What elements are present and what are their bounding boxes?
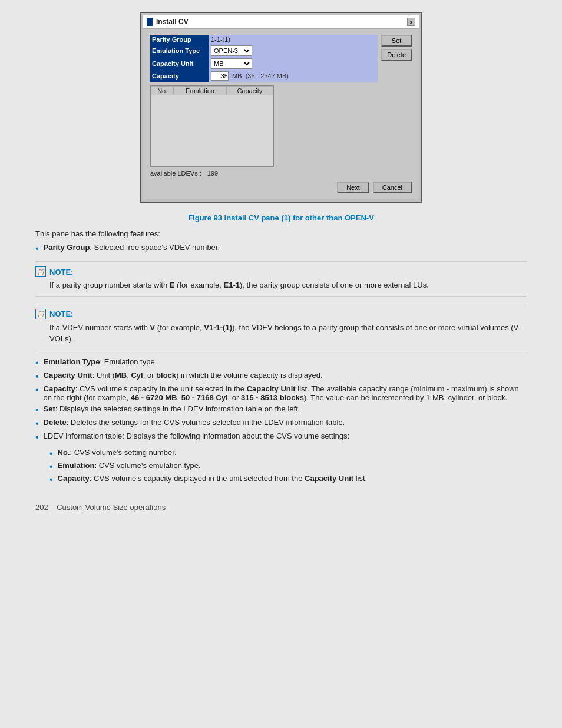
page-title: Custom Volume Size operations <box>57 503 166 512</box>
parity-group-value: 1-1-(1) <box>209 35 378 44</box>
note-body-1: If a parity group number starts with E (… <box>35 279 527 291</box>
sub-list-item-capacity: • Capacity: CVS volume's capacity displa… <box>49 474 527 485</box>
sub-bullet-dot-no: • <box>49 448 53 459</box>
capacity-input[interactable] <box>211 71 229 81</box>
sub-bullet-dot-emulation: • <box>49 461 53 472</box>
list-item-parity: • Parity Group: Selected free space's VD… <box>35 243 527 254</box>
list-item-ldev-table: • LDEV information table: Displays the f… <box>35 431 527 443</box>
list-item-set-text: Set: Displays the selected settings in t… <box>44 404 300 413</box>
intro-text: This pane has the following features: <box>35 229 527 238</box>
page-number: 202 <box>35 503 48 512</box>
bullet-dot-emulation: • <box>35 357 39 368</box>
sub-list-item-capacity-text: Capacity: CVS volume's capacity displaye… <box>58 474 368 483</box>
bullet-dot-set: • <box>35 404 39 416</box>
parity-group-row: Parity Group 1-1-(1) <box>150 35 378 44</box>
next-button[interactable]: Next <box>337 182 369 193</box>
dialog-titlebar: Install CV x <box>143 15 419 29</box>
note-icon-1: 📋 <box>35 266 46 277</box>
list-item-capacity-unit-text: Capacity Unit: Unit (MB, Cyl, or block) … <box>44 371 323 380</box>
emulation-type-value: OPEN-3 <box>209 44 378 57</box>
capacity-range: (35 - 2347 MB) <box>246 73 289 80</box>
right-button-panel: Set Delete <box>381 35 412 61</box>
close-button[interactable]: x <box>407 18 415 26</box>
ldev-col-no: No. <box>151 87 174 95</box>
bullet-dot-capacity-unit: • <box>35 371 39 382</box>
list-item-delete-text: Delete: Deletes the settings for the CVS… <box>44 418 345 427</box>
form-table: Parity Group 1-1-(1) Emulation Type OPEN… <box>150 35 378 82</box>
list-item-capacity-unit: • Capacity Unit: Unit (MB, Cyl, or block… <box>35 371 527 382</box>
note-box-1: 📋 NOTE: If a parity group number starts … <box>35 261 527 297</box>
install-cv-dialog: Install CV x Parity Group 1-1-(1) Emulat… <box>140 12 422 203</box>
dialog-body: Parity Group 1-1-(1) Emulation Type OPEN… <box>143 29 419 199</box>
ldev-table-wrapper: No. Emulation Capacity <box>150 85 274 167</box>
note-header-1: 📋 NOTE: <box>35 266 527 277</box>
dialog-title-text: Install CV <box>156 18 189 26</box>
ldev-table-body <box>151 95 273 166</box>
list-item-set: • Set: Displays the selected settings in… <box>35 404 527 416</box>
list-item-emulation: • Emulation Type: Emulation type. <box>35 357 527 368</box>
page-footer: 202 Custom Volume Size operations <box>35 503 527 512</box>
ldev-table: No. Emulation Capacity <box>151 86 273 95</box>
main-bullet-list: • Parity Group: Selected free space's VD… <box>35 243 527 254</box>
dialog-bottom-buttons: Next Cancel <box>150 182 412 193</box>
dialog-form-area: Parity Group 1-1-(1) Emulation Type OPEN… <box>150 35 378 177</box>
bullet-dot-delete: • <box>35 418 39 429</box>
set-button[interactable]: Set <box>381 35 412 47</box>
parity-group-label: Parity Group <box>150 35 209 44</box>
available-ldevs-label: available LDEVs : <box>150 170 201 177</box>
list-item-capacity: • Capacity: CVS volume's capacity in the… <box>35 384 527 402</box>
figure-caption: Figure 93 Install CV pane (1) for other … <box>35 213 527 222</box>
sub-list-item-emulation-text: Emulation: CVS volume's emulation type. <box>58 461 201 470</box>
capacity-unit-label: Capacity Unit <box>150 57 209 70</box>
available-ldevs-value: 199 <box>207 170 218 177</box>
sub-list-item-emulation: • Emulation: CVS volume's emulation type… <box>49 461 527 472</box>
note-box-2: 📋 NOTE: If a VDEV number starts with V (… <box>35 304 527 350</box>
list-item-capacity-text: Capacity: CVS volume's capacity in the u… <box>44 384 527 402</box>
bullet-dot-ldev: • <box>35 431 39 443</box>
sub-bullet-dot-capacity: • <box>49 474 53 485</box>
emulation-type-row: Emulation Type OPEN-3 <box>150 44 378 57</box>
sub-list-item-no: • No.: CVS volume's setting number. <box>49 448 527 459</box>
note-header-2: 📋 NOTE: <box>35 309 527 319</box>
note-body-2: If a VDEV number starts with V (for exam… <box>35 322 527 345</box>
dialog-main-row: Parity Group 1-1-(1) Emulation Type OPEN… <box>150 35 412 177</box>
sub-list-item-no-text: No.: CVS volume's setting number. <box>58 448 177 457</box>
list-item-ldev-text: LDEV information table: Displays the fol… <box>44 431 350 440</box>
remaining-bullet-list: • Emulation Type: Emulation type. • Capa… <box>35 357 527 443</box>
note-header-text-1: NOTE: <box>49 268 73 276</box>
bullet-dot-capacity: • <box>35 384 39 396</box>
capacity-row: Capacity MB (35 - 2347 MB) <box>150 70 378 82</box>
emulation-type-select[interactable]: OPEN-3 <box>211 45 252 56</box>
list-item-text: Parity Group: Selected free space's VDEV… <box>44 243 220 252</box>
capacity-value-cell: MB (35 - 2347 MB) <box>209 70 378 82</box>
ldev-col-emulation: Emulation <box>174 87 226 95</box>
emulation-type-label: Emulation Type <box>150 44 209 57</box>
available-ldevs-row: available LDEVs : 199 <box>150 170 378 177</box>
note-header-text-2: NOTE: <box>49 309 73 318</box>
capacity-label: Capacity <box>150 70 209 82</box>
ldev-col-capacity: Capacity <box>226 87 273 95</box>
capacity-unit-row: Capacity Unit MB Cyl block <box>150 57 378 70</box>
bullet-dot: • <box>35 243 39 254</box>
dialog-title: Install CV <box>147 18 189 26</box>
sub-bullet-list: • No.: CVS volume's setting number. • Em… <box>49 448 527 486</box>
capacity-unit-display: MB <box>232 73 242 80</box>
list-item-emulation-text: Emulation Type: Emulation type. <box>44 357 157 366</box>
cancel-button[interactable]: Cancel <box>373 182 412 193</box>
dialog-icon <box>147 18 153 26</box>
note-icon-2: 📋 <box>35 309 46 319</box>
capacity-unit-select[interactable]: MB Cyl block <box>211 58 252 69</box>
delete-button[interactable]: Delete <box>381 49 412 61</box>
list-item-delete: • Delete: Deletes the settings for the C… <box>35 418 527 429</box>
capacity-unit-value: MB Cyl block <box>209 57 378 70</box>
